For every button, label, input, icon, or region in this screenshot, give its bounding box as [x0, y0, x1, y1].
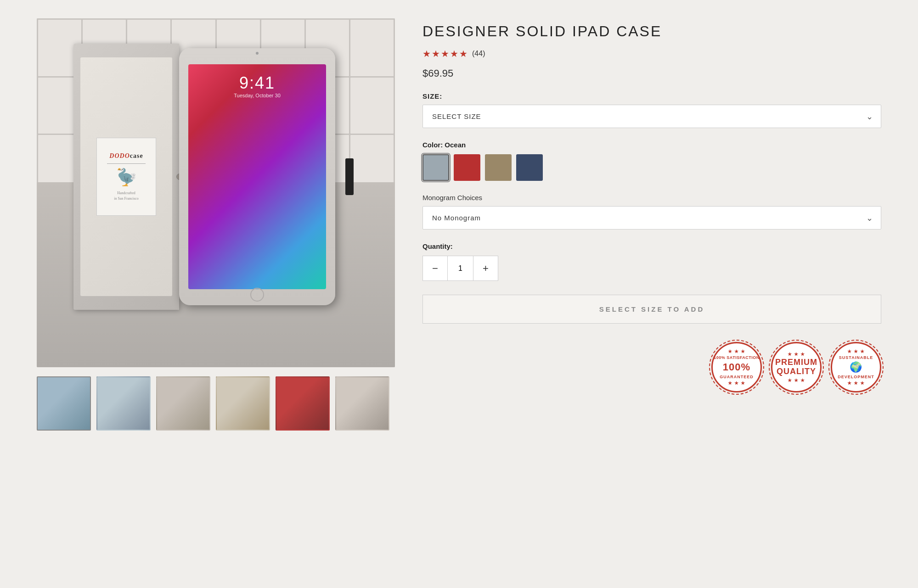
badges-row: ★ ★ ★ 100% SATISFACTION 100% GUARANTEED … [422, 342, 881, 392]
case-interior: DODOcase 🦤 Handcraftedin San Francisco [80, 57, 172, 296]
thumbnail-5[interactable] [276, 376, 330, 431]
size-select[interactable]: SELECT SIZE iPad Air 4 (10.9") iPad Pro … [422, 105, 881, 128]
monogram-label: Monogram Choices [422, 194, 881, 202]
review-count: (44) [472, 50, 485, 58]
ipad-home-button [250, 288, 264, 302]
quantity-increase-button[interactable]: + [473, 256, 498, 281]
color-label: Color: Ocean [422, 141, 881, 149]
quantity-row: − 1 + [422, 256, 881, 281]
thumbnail-4[interactable] [216, 376, 270, 431]
product-photo: DODOcase 🦤 Handcraftedin San Francisco [37, 18, 395, 367]
thumbnail-6[interactable] [335, 376, 389, 431]
thumbnail-3[interactable] [156, 376, 210, 431]
sustainable-badge: ★ ★ ★ SUSTAINABLE 🌍 DEVELOPMENT ★ ★ ★ [831, 342, 881, 392]
case-cover: DODOcase 🦤 Handcraftedin San Francisco [73, 44, 179, 310]
thumbnail-row [37, 376, 395, 431]
add-to-cart-button[interactable]: SELECT SIZE TO ADD [422, 295, 881, 324]
swatch-red[interactable] [454, 154, 480, 181]
monogram-select[interactable]: No Monogram 1 Initial 2 Initials 3 Initi… [422, 206, 881, 230]
swatch-navy[interactable] [516, 154, 543, 181]
thumbnail-1[interactable] [37, 376, 91, 431]
page-container: DODOcase 🦤 Handcraftedin San Francisco [0, 0, 918, 449]
case-illustration: DODOcase 🦤 Handcraftedin San Francisco [73, 44, 349, 328]
color-swatches [422, 154, 881, 181]
left-panel: DODOcase 🦤 Handcraftedin San Francisco [37, 18, 395, 431]
thumbnail-2[interactable] [96, 376, 151, 431]
swatch-tan[interactable] [485, 154, 512, 181]
monogram-dropdown-wrapper: No Monogram 1 Initial 2 Initials 3 Initi… [422, 206, 881, 230]
product-price: $69.95 [422, 67, 881, 79]
quantity-decrease-button[interactable]: − [422, 256, 448, 281]
brand-label: DODOcase 🦤 Handcraftedin San Francisco [96, 138, 156, 216]
product-title: DESIGNER SOLID IPAD CASE [422, 23, 881, 40]
swatch-ocean[interactable] [422, 154, 449, 181]
ipad-camera [256, 52, 259, 55]
satisfaction-badge: ★ ★ ★ 100% SATISFACTION 100% GUARANTEED … [711, 342, 762, 392]
main-product-image: DODOcase 🦤 Handcraftedin San Francisco [37, 18, 395, 367]
case-strap [345, 158, 354, 195]
quantity-value: 1 [448, 256, 473, 281]
case-ipad-side: 9:41 Tuesday, October 30 [179, 44, 344, 310]
ipad-screen: 9:41 Tuesday, October 30 [188, 64, 326, 289]
quality-badge: ★ ★ ★ PREMIUMQUALITY ★ ★ ★ [771, 342, 822, 392]
quantity-label: Quantity: [422, 242, 881, 250]
rating-row: ★★★★★ (44) [422, 48, 881, 59]
ipad-frame: 9:41 Tuesday, October 30 [179, 48, 335, 305]
size-label: SIZE: [422, 92, 881, 100]
size-dropdown-wrapper: SELECT SIZE iPad Air 4 (10.9") iPad Pro … [422, 105, 881, 128]
rating-stars: ★★★★★ [422, 48, 468, 59]
right-panel: DESIGNER SOLID IPAD CASE ★★★★★ (44) $69.… [422, 18, 881, 431]
